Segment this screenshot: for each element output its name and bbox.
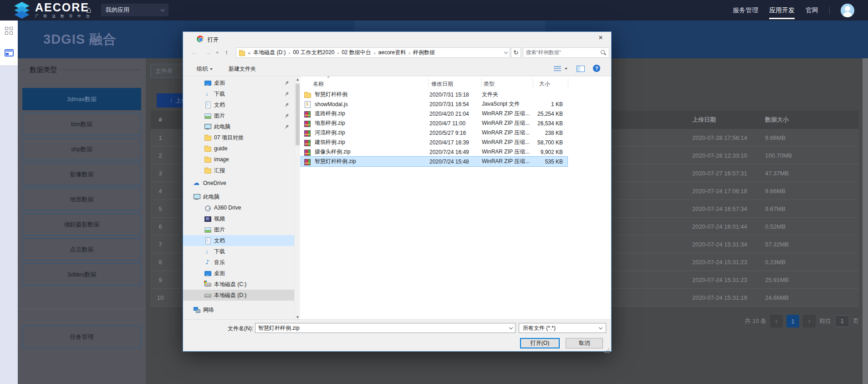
tree-item[interactable]: 桌面: [183, 77, 294, 88]
breadcrumb-item[interactable]: 00 工作文档2020: [293, 49, 334, 56]
file-col-header[interactable]: 修改日期: [431, 80, 453, 88]
data-type-button[interactable]: 影像数据: [22, 163, 141, 185]
filetype-select[interactable]: 所有文件 (*.*): [519, 323, 606, 333]
tree-item[interactable]: A360 Drive: [183, 202, 294, 213]
file-row[interactable]: showModal.js2020/7/31 16:54JavaScript 文件…: [301, 99, 567, 109]
breadcrumb-prefix: «: [248, 50, 250, 56]
tree-item[interactable]: 汇报: [183, 165, 294, 176]
view-mode-icon[interactable]: [554, 66, 561, 72]
tree-item[interactable]: 文档: [183, 99, 294, 110]
breadcrumb-item[interactable]: 本地磁盘 (D:): [253, 49, 286, 56]
tree-item[interactable]: 本地磁盘 (C:): [183, 279, 294, 290]
forward-icon[interactable]: →: [205, 49, 211, 56]
tree-item[interactable]: 视频: [183, 213, 294, 224]
topnav-link[interactable]: 应用开发: [769, 0, 795, 20]
file-name: showModal.js: [315, 101, 429, 108]
close-icon[interactable]: ×: [596, 34, 606, 42]
row-index: 4: [150, 182, 170, 200]
file-date: 2020/7/31 15:18: [429, 92, 482, 98]
dialog-footer: 文件名(N): 智慧灯杆样例.zip 所有文件 (*.*) 打开(O) 取消: [183, 319, 611, 351]
data-type-button[interactable]: 地形数据: [22, 188, 141, 210]
file-date: 2020/7/24 15:48: [429, 159, 482, 165]
tree-item[interactable]: 此电脑: [183, 191, 294, 202]
organize-button[interactable]: 组织: [197, 65, 213, 73]
file-row[interactable]: 地形样例.zip2020/4/7 11:00WinRAR ZIP 压缩...26…: [301, 118, 567, 128]
file-col-header[interactable]: 名称: [313, 80, 324, 88]
tree-item[interactable]: OneDrive: [183, 178, 294, 189]
row-index: 10: [150, 289, 170, 307]
tree-item[interactable]: 音乐: [183, 257, 294, 268]
goto-page-input[interactable]: 1: [835, 315, 849, 327]
file-col-header[interactable]: 类型: [484, 80, 495, 88]
refresh-icon[interactable]: ↻: [511, 47, 521, 58]
app-select[interactable]: 我的应用: [101, 4, 168, 16]
topnav-link[interactable]: 服务管理: [733, 0, 758, 20]
breadcrumb[interactable]: « 本地磁盘 (D:)›00 工作文档2020›02 数据中台›aecore资料…: [236, 47, 510, 58]
new-folder-button[interactable]: 新建文件夹: [229, 65, 256, 73]
resize-grip[interactable]: [608, 348, 609, 349]
data-type-button[interactable]: 点云数据: [22, 238, 141, 261]
data-type-button[interactable]: 3dmax数据: [22, 88, 141, 110]
data-type-button[interactable]: 倾斜摄影数据: [22, 213, 141, 236]
filename-input[interactable]: 智慧灯杆样例.zip: [255, 323, 516, 333]
tree-item[interactable]: 网络: [183, 304, 294, 315]
history-dropdown-icon[interactable]: [216, 52, 219, 54]
file-col-header[interactable]: 大小: [539, 80, 550, 88]
tree-item[interactable]: 文档: [183, 235, 294, 246]
tree-item[interactable]: 图片: [183, 110, 294, 121]
topnav-link[interactable]: 官网: [806, 0, 818, 20]
app-select-value: 我的应用: [106, 6, 129, 14]
row-data-size: 9.66MB: [765, 129, 786, 147]
prev-page-button[interactable]: ‹: [770, 315, 783, 328]
page-scrollbar[interactable]: [863, 58, 868, 384]
tree-item-label: 下载: [214, 90, 225, 98]
pc-icon: [193, 193, 200, 200]
chevron-down-icon[interactable]: [504, 50, 508, 54]
task-manage-button[interactable]: 任务管理: [22, 326, 141, 348]
window-icon[interactable]: [5, 49, 14, 56]
tree-item[interactable]: 此电脑: [183, 121, 294, 132]
next-page-button[interactable]: ›: [803, 315, 816, 328]
tree-scrollbar[interactable]: ▲ ▼: [294, 77, 300, 320]
preview-pane-icon[interactable]: [577, 66, 585, 72]
tree-item[interactable]: 下载: [183, 88, 294, 99]
apps-grid-icon[interactable]: [5, 27, 13, 35]
file-row[interactable]: 智慧灯杆样例.zip2020/7/24 15:48WinRAR ZIP 压缩..…: [301, 157, 567, 166]
data-type-button[interactable]: bim数据: [22, 113, 141, 135]
tree-item[interactable]: 桌面: [183, 268, 294, 279]
tree-item[interactable]: 本地磁盘 (D:): [183, 290, 294, 301]
page-1-button[interactable]: 1: [786, 315, 799, 328]
file-row[interactable]: 智慧灯杆样例2020/7/31 15:18文件夹: [301, 90, 567, 99]
file-row[interactable]: 道路样例.zip2020/4/20 21:04WinRAR ZIP 压缩...2…: [301, 109, 567, 118]
view-mode-dropdown-icon[interactable]: [565, 68, 567, 70]
file-row[interactable]: 河流样例.zip2020/5/27 9:16WinRAR ZIP 压缩...23…: [301, 128, 567, 138]
sidebar-header: 数据类型: [21, 66, 140, 74]
tree-item[interactable]: 下载: [183, 246, 294, 257]
tree-item[interactable]: image: [183, 154, 294, 165]
aecore-logo[interactable]: AECORE 广 联 达 数 字 中 台: [13, 1, 92, 19]
cancel-button[interactable]: 取消: [566, 338, 603, 348]
tree-item[interactable]: guide: [183, 143, 294, 154]
file-row[interactable]: 建筑样例.zip2020/4/17 16:39WinRAR ZIP 压缩...5…: [301, 138, 567, 147]
open-file-dialog: 打开 × ← → ↑ « 本地磁盘 (D:)›00 工作文档2020›02 数据…: [183, 31, 612, 352]
help-icon[interactable]: ?: [593, 65, 600, 72]
chevron-down-icon[interactable]: [509, 325, 513, 329]
up-icon[interactable]: ↑: [225, 49, 228, 56]
avatar[interactable]: [841, 4, 854, 17]
file-row[interactable]: 摄像头样例.zip2020/7/24 16:49WinRAR ZIP 压缩...…: [301, 147, 567, 157]
data-type-button[interactable]: shp数据: [22, 138, 141, 160]
search-input[interactable]: 搜索"样例数据": [523, 47, 609, 58]
file-name: 摄像头样例.zip: [315, 148, 429, 156]
data-type-button[interactable]: 3dtiles数据: [22, 263, 141, 286]
back-icon[interactable]: ←: [191, 49, 198, 56]
scroll-thumb[interactable]: [296, 84, 300, 145]
file-size: 9,902 KB: [532, 149, 567, 155]
tree-item[interactable]: 图片: [183, 224, 294, 235]
breadcrumb-item[interactable]: 样例数据: [413, 49, 435, 56]
open-button[interactable]: 打开(O): [520, 338, 560, 348]
breadcrumb-item[interactable]: aecore资料: [378, 49, 406, 56]
home-icon[interactable]: ⌂: [86, 5, 92, 15]
breadcrumb-item[interactable]: 02 数据中台: [342, 49, 371, 56]
row-upload-date: 2020-07-24 15:31:19: [692, 289, 747, 307]
tree-item[interactable]: 07 项目对接: [183, 132, 294, 143]
